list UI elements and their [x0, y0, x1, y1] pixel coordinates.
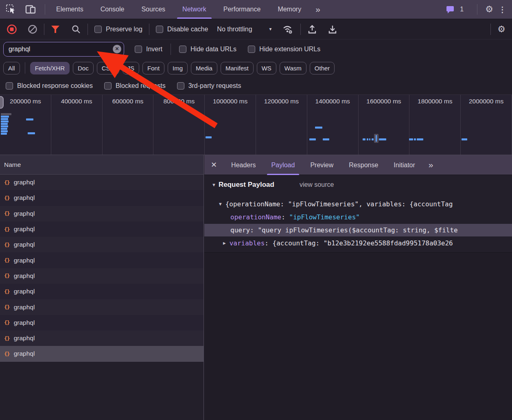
request-timing-bar	[417, 138, 423, 140]
chip-all[interactable]: All	[3, 62, 20, 74]
timeline-tick-label: 800000 ms	[153, 98, 204, 105]
throttling-dropdown[interactable]: No throttling ▼	[217, 26, 272, 33]
hide-data-urls-label: Hide data URLs	[190, 46, 236, 53]
blocked-requests-group: Blocked requests	[104, 82, 166, 90]
clear-filter-icon[interactable]: ✕	[113, 45, 121, 53]
chip-ws[interactable]: WS	[257, 62, 276, 74]
request-row[interactable]: {}graphql	[0, 346, 203, 361]
details-tabs: HeadersPayloadPreviewResponseInitiator	[223, 155, 423, 175]
timeline-column: 1600000 ms	[359, 95, 410, 155]
request-rows: {}graphql{}graphql{}graphql{}graphql{}gr…	[0, 175, 203, 362]
request-row[interactable]: {}graphql	[0, 252, 203, 268]
request-name: graphql	[14, 225, 35, 233]
preserve-log-checkbox[interactable]	[94, 26, 102, 33]
chip-js[interactable]: JS	[123, 62, 140, 74]
chip-font[interactable]: Font	[142, 62, 164, 74]
request-row[interactable]: {}graphql	[0, 206, 203, 221]
triangle-down-icon[interactable]: ▼	[219, 201, 222, 207]
settings-gear-icon[interactable]: ⚙	[485, 5, 493, 14]
payload-root-row[interactable]: ▼ {operationName: "ipFlowTimeseries", va…	[204, 198, 512, 210]
export-har-icon[interactable]	[328, 24, 337, 34]
overview-drag-handle-icon[interactable]	[0, 96, 4, 109]
chip-other[interactable]: Other	[310, 62, 335, 74]
clear-network-log-icon[interactable]	[28, 24, 37, 34]
blocked-cookies-checkbox[interactable]	[6, 82, 13, 90]
details-tab-payload[interactable]: Payload	[264, 155, 303, 175]
tab-elements[interactable]: Elements	[48, 0, 92, 19]
value-text: "ipFlowTimeseries"	[289, 213, 360, 221]
filter-funnel-icon[interactable]	[51, 25, 60, 34]
json-braces-icon: {}	[4, 304, 10, 310]
more-tabs-icon[interactable]: »	[310, 4, 326, 14]
device-toolbar-icon[interactable]	[25, 4, 37, 15]
request-row[interactable]: {}graphql	[0, 330, 203, 346]
issues-message-icon[interactable]	[446, 5, 455, 13]
tab-performance[interactable]: Performance	[215, 0, 269, 19]
request-row[interactable]: {}graphql	[0, 221, 203, 237]
query-row-selected[interactable]: query: "query ipFlowTimeseries($accountT…	[204, 224, 512, 236]
network-overview-timeline[interactable]: 200000 ms400000 ms600000 ms800000 ms1000…	[0, 95, 512, 155]
invert-checkbox[interactable]	[135, 46, 142, 53]
request-name: graphql	[14, 350, 35, 357]
details-tab-headers[interactable]: Headers	[223, 155, 263, 175]
hide-data-urls-group: Hide data URLs	[179, 46, 236, 53]
request-row[interactable]: {}graphql	[0, 284, 203, 299]
tab-memory[interactable]: Memory	[269, 0, 310, 19]
chip-fetch-xhr[interactable]: Fetch/XHR	[30, 62, 70, 74]
chip-wasm[interactable]: Wasm	[280, 62, 306, 74]
view-source-link[interactable]: view source	[300, 181, 334, 188]
details-tabbar: ✕ HeadersPayloadPreviewResponseInitiator…	[204, 155, 512, 175]
third-party-checkbox[interactable]	[177, 82, 184, 90]
disable-cache-checkbox[interactable]	[156, 26, 163, 33]
kebab-menu-icon[interactable]: ⋮	[499, 5, 506, 14]
request-row[interactable]: {}graphql	[0, 268, 203, 284]
details-tab-preview[interactable]: Preview	[302, 155, 341, 175]
import-har-icon[interactable]	[307, 24, 317, 34]
chips-divider	[25, 62, 25, 74]
colon: :	[281, 213, 289, 221]
triangle-right-icon[interactable]: ▶	[223, 241, 226, 246]
request-row[interactable]: {}graphql	[0, 299, 203, 315]
variables-row[interactable]: ▶ variables: {accountTag: "b12e3b2192ee5…	[204, 237, 512, 249]
timeline-tick-label: 1400000 ms	[307, 98, 358, 105]
name-column-header[interactable]: Name	[0, 155, 203, 175]
tabbar-right-icons: 1 ⚙ ⋮	[446, 4, 506, 15]
chip-doc[interactable]: Doc	[73, 62, 94, 74]
request-timing-bar	[1, 113, 11, 115]
tab-console[interactable]: Console	[92, 0, 133, 19]
chip-img[interactable]: Img	[168, 62, 188, 74]
issues-count[interactable]: 1	[460, 6, 464, 13]
tab-network[interactable]: Network	[174, 0, 215, 19]
hide-extension-urls-checkbox[interactable]	[248, 46, 255, 53]
chip-manifest[interactable]: Manifest	[221, 62, 254, 74]
details-tab-initiator[interactable]: Initiator	[386, 155, 422, 175]
json-braces-icon: {}	[4, 257, 10, 263]
request-timing-bar	[206, 136, 212, 138]
chip-media[interactable]: Media	[191, 62, 217, 74]
details-tab-response[interactable]: Response	[341, 155, 386, 175]
json-braces-icon: {}	[4, 335, 10, 341]
record-network-log-icon[interactable]	[7, 24, 17, 35]
hide-data-urls-checkbox[interactable]	[179, 46, 186, 53]
tab-sources[interactable]: Sources	[133, 0, 174, 19]
network-settings-gear-icon[interactable]: ⚙	[497, 25, 505, 34]
request-row[interactable]: {}graphql	[0, 237, 203, 252]
json-braces-icon: {}	[4, 226, 10, 232]
request-timing-bar	[363, 138, 365, 140]
chip-css[interactable]: CSS	[97, 62, 119, 74]
request-row[interactable]: {}graphql	[0, 315, 203, 330]
json-braces-icon: {}	[4, 179, 10, 186]
request-row[interactable]: {}graphql	[0, 175, 203, 190]
blocked-requests-checkbox[interactable]	[104, 82, 112, 90]
details-more-tabs-icon[interactable]: »	[423, 160, 439, 170]
search-icon[interactable]	[71, 24, 81, 34]
request-timing-bar	[462, 138, 467, 140]
inspect-element-icon[interactable]	[6, 4, 16, 15]
request-payload-section[interactable]: ▼ Request Payload view source	[212, 181, 334, 189]
timeline-column: 1800000 ms	[409, 95, 461, 155]
request-row[interactable]: {}graphql	[0, 190, 203, 206]
filter-input[interactable]	[3, 42, 124, 57]
operation-name-row[interactable]: operationName: "ipFlowTimeseries"	[204, 211, 512, 223]
network-conditions-icon[interactable]	[282, 24, 294, 34]
close-icon[interactable]: ✕	[211, 160, 217, 169]
